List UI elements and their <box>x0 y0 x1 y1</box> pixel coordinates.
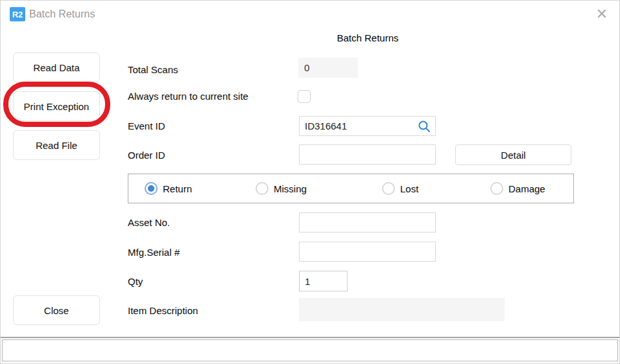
form-header: Batch Returns <box>299 32 436 43</box>
total-scans-label: Total Scans <box>128 63 178 76</box>
item-description-label: Item Description <box>128 304 198 317</box>
radio-lost-label: Lost <box>400 183 418 194</box>
radio-damage-label: Damage <box>508 183 545 194</box>
radio-return[interactable]: Return <box>145 174 192 203</box>
status-bar <box>2 339 618 361</box>
radio-damage-icon <box>490 182 503 195</box>
close-button[interactable]: Close <box>13 295 100 325</box>
title-bar: R2 Batch Returns ✕ <box>1 1 619 29</box>
radio-missing[interactable]: Missing <box>256 174 307 203</box>
total-scans-value: 0 <box>298 58 358 78</box>
radio-return-label: Return <box>163 183 192 194</box>
radio-damage[interactable]: Damage <box>490 174 545 203</box>
return-type-group: Return Missing Lost Damage <box>128 174 574 203</box>
read-data-button[interactable]: Read Data <box>13 52 100 82</box>
radio-return-icon <box>145 182 158 195</box>
radio-lost[interactable]: Lost <box>382 174 418 203</box>
window-title: Batch Returns <box>29 8 95 20</box>
window-close-icon[interactable]: ✕ <box>592 5 612 24</box>
qty-label: Qty <box>128 275 143 288</box>
bottom-divider <box>1 337 620 338</box>
detail-button[interactable]: Detail <box>455 144 571 165</box>
r2-app-icon: R2 <box>10 7 25 21</box>
radio-missing-label: Missing <box>274 183 307 194</box>
always-return-label: Always return to current site <box>128 90 248 103</box>
mfg-serial-label: Mfg.Serial # <box>128 246 180 259</box>
asset-no-label: Asset No. <box>128 216 170 229</box>
read-file-button[interactable]: Read File <box>13 130 100 160</box>
order-id-input[interactable] <box>299 144 436 165</box>
qty-input[interactable] <box>299 271 348 291</box>
always-return-checkbox[interactable] <box>298 90 311 103</box>
item-description-value <box>299 298 505 321</box>
mfg-serial-input[interactable] <box>299 242 436 262</box>
print-exception-button[interactable]: Print Exception <box>13 91 100 121</box>
event-id-input[interactable] <box>299 116 436 136</box>
order-id-label: Order ID <box>128 149 165 162</box>
radio-lost-icon <box>382 182 395 195</box>
asset-no-input[interactable] <box>299 212 436 233</box>
event-id-label: Event ID <box>128 120 165 133</box>
search-icon[interactable] <box>418 120 431 133</box>
radio-missing-icon <box>256 182 268 195</box>
batch-returns-dialog: R2 Batch Returns ✕ Read Data Print Excep… <box>0 0 620 364</box>
